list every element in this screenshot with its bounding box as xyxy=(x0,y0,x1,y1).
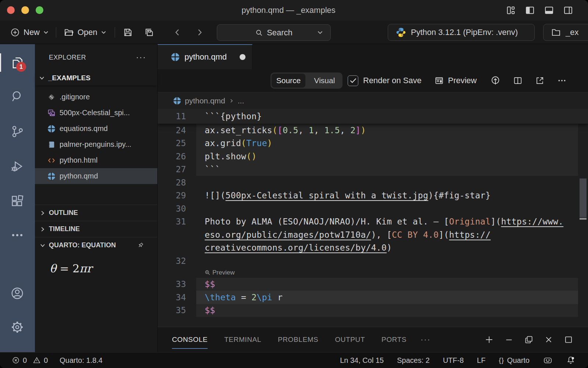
code-line-25[interactable]: 25ax.grid(True) xyxy=(158,137,588,150)
panel-tab-output[interactable]: OUTPUT xyxy=(335,327,365,352)
panel-minimize-icon[interactable] xyxy=(504,335,514,344)
panel-tab-problems[interactable]: PROBLEMS xyxy=(278,327,318,352)
titlebar: python.qmd — _examples xyxy=(0,0,588,21)
encoding-status[interactable]: UTF-8 xyxy=(443,356,464,365)
code-line-29[interactable]: 29![](500px-Celestial_spiral_with_a_twis… xyxy=(158,189,588,202)
open-external-icon[interactable] xyxy=(535,76,545,85)
status-bar: 0 0 Quarto: 1.8.4 Ln 34, Col 15 Spaces: … xyxy=(0,352,588,368)
workspace-button[interactable]: _ex xyxy=(543,24,588,41)
more-views-icon[interactable] xyxy=(10,228,25,243)
quarto-version-status[interactable]: Quarto: 1.8.4 xyxy=(60,356,103,365)
extensions-icon[interactable] xyxy=(10,194,25,209)
code-line-34[interactable]: 34\theta = 2\pi r xyxy=(158,291,588,304)
toggle-panel-icon[interactable] xyxy=(544,5,554,15)
outline-section-header[interactable]: OUTLINE xyxy=(35,205,157,221)
render-on-save-checkbox[interactable] xyxy=(348,75,358,86)
outline-section-label: OUTLINE xyxy=(49,209,78,217)
code-line-35[interactable]: 35$$ xyxy=(158,304,588,317)
scrollbar-decoration xyxy=(580,218,587,220)
customize-layout-icon[interactable] xyxy=(506,5,516,15)
settings-gear-icon[interactable] xyxy=(10,320,25,335)
code-line-30[interactable]: 30 xyxy=(158,202,588,215)
code-editor[interactable]: 11```{python} 24ax.set_rticks([0.5, 1, 1… xyxy=(158,109,588,327)
source-mode-button[interactable]: Source xyxy=(272,74,305,88)
panel-split-icon[interactable] xyxy=(524,335,534,344)
equation-preview: θ = 2πr xyxy=(35,253,157,275)
file-item-palmer-penguins-ipy-[interactable]: palmer-penguins.ipy... xyxy=(35,137,157,152)
code-text: creativecommons.org/licenses/by/4.0) xyxy=(186,243,392,252)
navigate-forward-button[interactable] xyxy=(195,21,204,44)
bottom-panel: CONSOLETERMINALPROBLEMSOUTPUTPORTS ··· xyxy=(158,327,588,352)
python-interpreter-button[interactable]: Python 3.12.1 (PipEnv: .venv) xyxy=(388,24,535,41)
render-document-icon[interactable] xyxy=(490,75,501,86)
mode-switcher: Source Visual xyxy=(270,72,343,89)
code-line-wrap[interactable]: creativecommons.org/licenses/by/4.0) xyxy=(158,241,588,255)
panel-new-icon[interactable] xyxy=(484,335,494,344)
file-item-equations-qmd[interactable]: equations.qmd xyxy=(35,121,157,137)
render-on-save-label: Render on Save xyxy=(363,76,422,85)
split-editor-icon[interactable] xyxy=(513,76,523,85)
eol-status[interactable]: LF xyxy=(477,356,485,365)
code-line-wrap[interactable]: eso.org/public/images/potw1710a/), [CC B… xyxy=(158,228,588,241)
code-text: Photo by ALMA (ESO/NAOJ/NRAO)/H. Kim et … xyxy=(186,217,563,226)
file-item--gitignore[interactable]: .gitignore xyxy=(35,89,157,105)
line-number: 28 xyxy=(158,178,186,187)
code-line-31[interactable]: 31Photo by ALMA (ESO/NAOJ/NRAO)/H. Kim e… xyxy=(158,215,588,229)
more-actions-icon[interactable] xyxy=(557,76,567,85)
tab-python-qmd[interactable]: python.qmd xyxy=(158,44,252,69)
file-list: .gitignore 500px-Celestial_spi... equati… xyxy=(35,89,157,184)
new-button[interactable]: New xyxy=(10,21,49,44)
open-button[interactable]: Open xyxy=(64,21,106,44)
breadcrumb-more[interactable]: ... xyxy=(238,96,244,105)
panel-tab-ports[interactable]: PORTS xyxy=(381,327,406,352)
file-label: python.qmd xyxy=(60,172,98,180)
workspace-tree-header[interactable]: _EXAMPLES xyxy=(35,71,157,85)
file-item-python-html[interactable]: python.html xyxy=(35,152,157,168)
indentation-status[interactable]: Spaces: 2 xyxy=(397,356,430,365)
toggle-secondary-sidebar-icon[interactable] xyxy=(563,5,573,15)
panel-more-tabs-icon[interactable]: ··· xyxy=(420,335,431,344)
search-input[interactable]: Search xyxy=(217,24,331,41)
save-button[interactable] xyxy=(123,21,133,44)
editor-scrollbar[interactable] xyxy=(580,178,587,217)
search-view-icon[interactable] xyxy=(10,89,25,104)
notifications-bell-icon[interactable] xyxy=(566,355,576,365)
timeline-section-header[interactable]: TIMELINE xyxy=(35,221,157,237)
explorer-badge: 1 xyxy=(16,62,26,72)
source-control-icon[interactable] xyxy=(10,124,25,139)
line-number: 34 xyxy=(158,293,186,302)
codelens-row[interactable]: Preview xyxy=(158,268,588,278)
visual-mode-button[interactable]: Visual xyxy=(308,74,341,88)
explorer-actions-icon[interactable]: ··· xyxy=(136,53,146,62)
search-chevron-icon[interactable] xyxy=(317,31,323,35)
panel-maximize-icon[interactable] xyxy=(564,335,573,344)
problems-status[interactable]: 0 0 xyxy=(12,356,48,365)
code-line-24[interactable]: 24ax.set_rticks([0.5, 1, 1.5, 2]) xyxy=(158,124,588,137)
account-icon[interactable] xyxy=(10,286,25,301)
code-line-32[interactable]: 32 xyxy=(158,254,588,268)
file-item-python-qmd[interactable]: python.qmd xyxy=(35,168,157,184)
panel-tab-console[interactable]: CONSOLE xyxy=(172,327,208,352)
quarto-equation-section-header[interactable]: QUARTO: EQUATION xyxy=(35,237,157,253)
panel-close-icon[interactable] xyxy=(544,335,553,344)
sticky-scroll-line[interactable]: 11```{python} xyxy=(158,109,588,124)
panel-tab-terminal[interactable]: TERMINAL xyxy=(224,327,261,352)
save-all-button[interactable] xyxy=(144,21,154,44)
language-mode-status[interactable]: {} Quarto xyxy=(499,356,530,365)
toggle-primary-sidebar-icon[interactable] xyxy=(525,5,535,15)
preview-button[interactable]: Preview xyxy=(434,69,477,92)
breadcrumb-file[interactable]: python.qmd xyxy=(185,96,225,105)
code-line-28[interactable]: 28 xyxy=(158,176,588,189)
file-item-500px-celestial-spi-[interactable]: 500px-Celestial_spi... xyxy=(35,105,157,121)
error-count: 0 xyxy=(23,356,27,365)
code-line-33[interactable]: 33$$ xyxy=(158,278,588,291)
run-debug-icon[interactable] xyxy=(10,159,25,174)
quarto-file-icon xyxy=(47,125,55,133)
navigate-back-button[interactable] xyxy=(173,21,182,44)
cursor-position-status[interactable]: Ln 34, Col 15 xyxy=(340,356,384,365)
code-line-27[interactable]: 27``` xyxy=(158,163,588,176)
pin-icon[interactable] xyxy=(137,242,144,249)
copilot-status-icon[interactable] xyxy=(543,355,553,365)
modified-dot-icon[interactable] xyxy=(240,54,245,60)
code-line-26[interactable]: 26plt.show() xyxy=(158,150,588,163)
